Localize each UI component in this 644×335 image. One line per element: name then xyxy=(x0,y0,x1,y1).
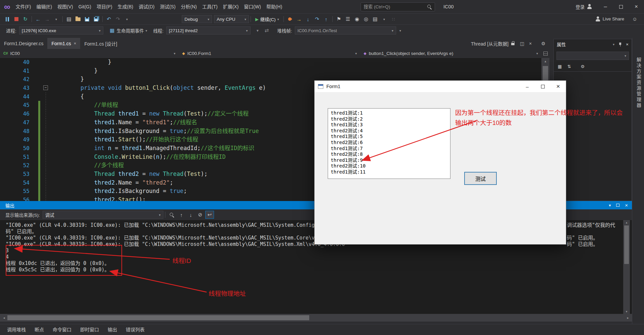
locals-window-icon[interactable]: ▤ xyxy=(371,15,380,23)
sign-in-label[interactable]: 登录 xyxy=(576,3,585,10)
save-icon[interactable] xyxy=(83,15,92,23)
chevron-down-icon[interactable]: ▾ xyxy=(146,29,147,32)
scroll-right-icon[interactable]: ▸ xyxy=(625,314,631,322)
solution-explorer-vertical-tab[interactable]: 解决方案资源管理器 xyxy=(635,57,642,109)
menu-item[interactable]: 工具(T) xyxy=(200,0,220,13)
feedback-icon[interactable]: ☺ xyxy=(630,15,639,23)
panel-tab[interactable]: 即时窗口 xyxy=(76,324,103,335)
menu-item[interactable]: 编辑(E) xyxy=(34,0,55,13)
close-preview-tab-icon[interactable]: × xyxy=(529,41,532,46)
scroll-down-icon[interactable]: ▾ xyxy=(623,310,630,313)
form-minimize-button[interactable]: – xyxy=(520,81,535,92)
window-position-icon[interactable]: ▾ xyxy=(609,203,611,208)
navigation-dropdown-icon[interactable]: ▾ xyxy=(52,15,61,23)
form-close-button[interactable]: × xyxy=(550,81,566,92)
close-button[interactable]: × xyxy=(629,0,644,13)
debugbar-overflow-icon[interactable]: ▾ xyxy=(399,29,401,32)
panel-tab[interactable]: 断点 xyxy=(30,324,48,335)
document-tab[interactable]: Form1.cs× xyxy=(47,38,80,49)
toolbar-options-icon[interactable]: ▾ xyxy=(380,15,389,23)
break-all-icon[interactable] xyxy=(3,15,12,23)
redo-icon[interactable]: ↷ xyxy=(113,15,122,23)
properties-object-combo[interactable]: ▾ xyxy=(556,52,629,60)
scroll-up-icon[interactable]: ▴ xyxy=(623,221,630,224)
call-stack-window-icon[interactable]: ☰ xyxy=(343,15,353,23)
member-dropdown[interactable]: ◆ button1_Click(object sender, EventArgs… xyxy=(360,49,541,58)
tab-options-gear-icon[interactable]: ⚙ xyxy=(541,41,545,46)
save-all-icon[interactable] xyxy=(92,15,101,23)
maximize-panel-icon[interactable] xyxy=(616,204,620,207)
form1-title-bar[interactable]: Form1 – × xyxy=(315,81,566,92)
property-pages-icon[interactable]: ⚙ xyxy=(579,63,587,70)
hot-reload-icon[interactable] xyxy=(285,15,294,23)
minimize-button[interactable]: – xyxy=(598,0,613,13)
clear-all-icon[interactable]: ⊘ xyxy=(196,211,205,219)
thread-combo[interactable]: [27112] thred2 ▾ xyxy=(166,26,251,35)
toggle-flagged-threads-icon[interactable]: ⇄ xyxy=(262,26,271,35)
step-into-icon[interactable]: ↓ xyxy=(304,15,313,23)
menu-item[interactable]: 生成(B) xyxy=(115,0,136,13)
pin-icon[interactable] xyxy=(618,42,622,47)
show-next-statement-icon[interactable]: → xyxy=(294,15,304,23)
navigate-back-icon[interactable]: ← xyxy=(34,15,43,23)
stack-frame-combo[interactable]: IC00.Form1.OnTest ▾ xyxy=(295,26,396,35)
output-scrollbar-thumb[interactable] xyxy=(624,225,629,264)
properties-header[interactable]: 属性 ▾ × xyxy=(554,39,632,49)
menu-item[interactable]: Git(G) xyxy=(76,0,94,13)
undo-icon[interactable]: ↶ xyxy=(104,15,113,23)
horizontal-scrollbar[interactable]: ◂ ▸ xyxy=(0,314,632,322)
toolbar-overflow-grip[interactable]: ∷ xyxy=(389,15,398,23)
step-over-icon[interactable]: ↷ xyxy=(313,15,322,23)
output-vertical-scrollbar[interactable]: ▴ ▾ xyxy=(623,220,630,314)
previous-message-icon[interactable]: ↑ xyxy=(177,211,186,219)
thread-output-list[interactable]: thred1测试:1thred2测试:2thred1测试:3thred2测试:4… xyxy=(328,108,450,179)
promote-preview-tab-icon[interactable]: ◫ xyxy=(520,41,524,46)
watch-window-icon[interactable]: ◎ xyxy=(362,15,371,23)
lifecycle-events-label[interactable]: 生命周期事件 xyxy=(117,27,144,34)
menu-item[interactable]: 视图(V) xyxy=(55,0,76,13)
solution-configuration-combo[interactable]: Debug ▾ xyxy=(182,15,212,23)
form-maximize-button[interactable] xyxy=(535,81,550,92)
find-message-icon[interactable] xyxy=(168,211,176,219)
maximize-button[interactable] xyxy=(613,0,629,13)
menu-item[interactable]: 帮助(H) xyxy=(264,0,285,13)
output-source-combo[interactable]: 调试 ▾ xyxy=(43,211,163,219)
restart-icon[interactable]: ↻ xyxy=(21,15,30,23)
stop-debugging-icon[interactable] xyxy=(12,15,21,23)
document-tab[interactable]: Form1.Designer.cs xyxy=(0,38,47,49)
new-file-icon[interactable]: ▤ xyxy=(64,15,73,23)
menu-item[interactable]: 窗口(W) xyxy=(241,0,264,13)
navigate-forward-icon[interactable]: → xyxy=(43,15,52,23)
document-tab[interactable]: Form1.cs [设计] xyxy=(80,38,121,49)
menu-item[interactable]: 分析(N) xyxy=(178,0,199,13)
panel-tab[interactable]: 错误列表 xyxy=(121,324,149,335)
continue-button[interactable]: ▶ 继续(C) ▾ xyxy=(253,16,282,22)
bookmark-icon[interactable]: ⚑ xyxy=(334,15,343,23)
menu-item[interactable]: 文件(F) xyxy=(13,0,34,13)
collapse-marker[interactable]: − xyxy=(43,85,48,90)
close-panel-icon[interactable]: × xyxy=(625,202,628,208)
user-account-icon[interactable] xyxy=(587,4,592,9)
next-message-icon[interactable]: ↓ xyxy=(186,211,195,219)
close-properties-icon[interactable]: × xyxy=(626,42,629,47)
close-tab-icon[interactable]: × xyxy=(74,41,76,46)
panel-tab[interactable]: 调用堆栈 xyxy=(3,324,30,335)
search-box[interactable] xyxy=(361,2,435,11)
scroll-up-icon[interactable]: ▴ xyxy=(541,59,549,63)
window-position-icon[interactable]: ▾ xyxy=(613,43,614,46)
live-share-button[interactable]: Live Share xyxy=(595,16,624,22)
lifecycle-events-icon[interactable]: ▦ xyxy=(108,26,117,35)
categorized-icon[interactable]: ▦ xyxy=(556,63,564,70)
test-button[interactable]: 测试 xyxy=(464,172,497,185)
alphabetical-icon[interactable]: ⇅ xyxy=(565,63,573,70)
breakpoints-window-icon[interactable]: ◉ xyxy=(353,15,362,23)
menu-item[interactable]: 调试(D) xyxy=(136,0,157,13)
panel-tab[interactable]: 命令窗口 xyxy=(48,324,76,335)
preview-tab[interactable]: Thread [从元数据] xyxy=(468,38,517,49)
search-input[interactable] xyxy=(364,4,424,9)
menu-item[interactable]: 扩展(X) xyxy=(220,0,241,13)
horizontal-scrollbar-thumb[interactable] xyxy=(7,315,309,320)
filter-threads-icon[interactable]: ▼ xyxy=(253,26,262,35)
process-combo[interactable]: [12976] IC00.exe ▾ xyxy=(19,26,103,35)
panel-tab[interactable]: 输出 xyxy=(103,324,121,335)
